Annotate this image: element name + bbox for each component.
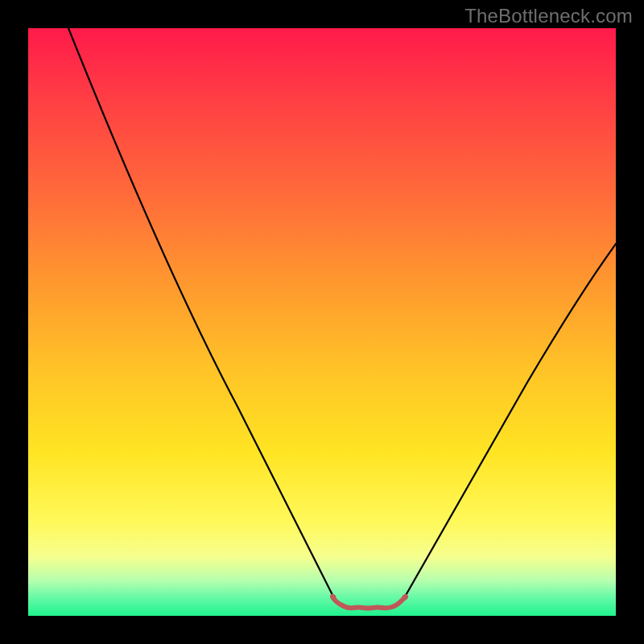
watermark-text: TheBottleneck.com xyxy=(464,5,633,27)
curve-right-branch xyxy=(404,244,616,598)
curve-left-branch xyxy=(68,28,334,598)
plot-area xyxy=(28,28,616,616)
curve-layer xyxy=(28,28,616,616)
flat-end-right xyxy=(402,595,408,601)
curve-flat-bottom xyxy=(332,597,406,609)
flat-end-left xyxy=(331,595,336,601)
chart-frame: TheBottleneck.com xyxy=(0,0,644,644)
